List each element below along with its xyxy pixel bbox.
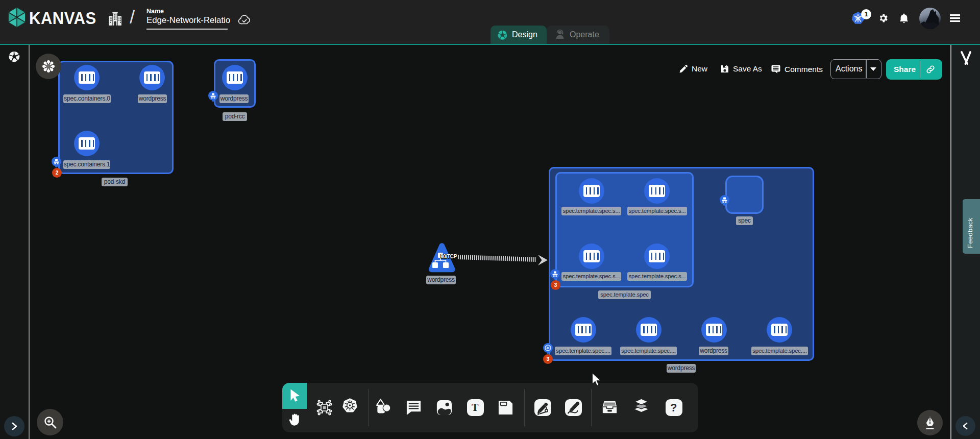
svg-text:80/TCP: 80/TCP	[440, 254, 457, 259]
